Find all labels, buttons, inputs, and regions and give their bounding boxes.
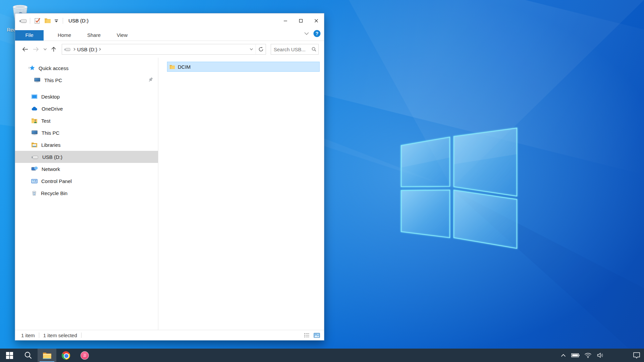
sidebar-item-this-pc-pinned[interactable]: This PC: [15, 74, 158, 86]
taskbar-search-button[interactable]: [19, 349, 38, 362]
tray-expand-button[interactable]: [558, 349, 568, 362]
itunes-icon: ♫: [80, 351, 89, 360]
sidebar-item-label: Network: [42, 166, 60, 172]
usb-drive-icon: [19, 18, 27, 23]
minimize-button[interactable]: [278, 13, 293, 28]
divider: [81, 333, 82, 338]
status-items-count: 1 item: [21, 333, 35, 338]
qat-customize-dropdown-icon: [54, 19, 58, 22]
search-icon[interactable]: [312, 47, 316, 52]
tab-share[interactable]: Share: [82, 30, 106, 41]
divider: [30, 18, 30, 24]
sidebar-item-test[interactable]: Test: [15, 115, 158, 127]
taskbar-itunes-button[interactable]: ♫: [75, 349, 94, 362]
file-item-label: DCIM: [178, 64, 191, 70]
qat-new-folder-button[interactable]: [43, 16, 53, 26]
divider: [63, 18, 63, 24]
sidebar-item-network[interactable]: Network: [15, 163, 158, 175]
network-icon: [31, 166, 38, 172]
windows-start-icon: [6, 352, 13, 359]
caption-buttons: [278, 13, 324, 28]
up-button[interactable]: [49, 44, 58, 55]
breadcrumb-chevron-icon[interactable]: [99, 48, 101, 51]
sidebar-item-desktop[interactable]: Desktop: [15, 90, 158, 103]
control-panel-icon: [31, 178, 38, 184]
large-icons-view-icon[interactable]: [314, 333, 320, 338]
window-title: USB (D:): [68, 18, 89, 23]
search-input[interactable]: [274, 47, 312, 52]
sidebar-item-label: USB (D:): [42, 154, 62, 160]
help-icon[interactable]: ?: [313, 30, 321, 37]
close-icon: [314, 19, 318, 23]
back-button[interactable]: [20, 44, 31, 55]
svg-text:?: ?: [316, 31, 319, 36]
sidebar-item-this-pc[interactable]: This PC: [15, 127, 158, 139]
navigation-toolbar: USB (D:): [15, 41, 324, 58]
ribbon-tabs: File Home Share View ?: [15, 28, 324, 41]
sidebar-item-usb-d[interactable]: USB (D:): [15, 151, 158, 163]
sidebar-item-label: Control Panel: [41, 178, 72, 184]
file-item-dcim[interactable]: DCIM: [167, 62, 320, 72]
taskbar: ♫: [0, 349, 644, 362]
action-center-button[interactable]: [632, 349, 641, 362]
expand-ribbon-chevron-icon[interactable]: [304, 32, 309, 35]
address-dropdown-button[interactable]: [247, 44, 256, 54]
sidebar-item-label: Quick access: [39, 65, 68, 71]
sidebar-item-recycle-bin[interactable]: Recycle Bin: [15, 187, 158, 199]
sidebar-item-label: Desktop: [41, 94, 60, 100]
system-tray: [558, 349, 644, 362]
tab-file[interactable]: File: [15, 30, 44, 41]
address-bar[interactable]: USB (D:): [62, 44, 266, 55]
up-arrow-icon: [51, 46, 56, 52]
details-view-icon[interactable]: [304, 333, 310, 338]
sidebar-item-label: This PC: [42, 130, 59, 136]
search-box[interactable]: [271, 44, 319, 55]
volume-indicator[interactable]: [596, 349, 605, 362]
qat-customize-button[interactable]: [53, 16, 60, 26]
status-selection: 1 item selected: [43, 333, 77, 338]
sidebar-item-label: This PC: [44, 77, 62, 83]
sidebar-item-label: Test: [41, 118, 51, 124]
action-center-icon: [633, 352, 640, 359]
refresh-button[interactable]: [256, 44, 266, 54]
forward-button[interactable]: [31, 44, 41, 55]
usb-drive-icon: [64, 47, 71, 52]
battery-indicator[interactable]: [571, 349, 580, 362]
tab-home[interactable]: Home: [52, 30, 76, 41]
file-explorer-window: USB (D:): [15, 13, 324, 341]
window-body: Quick access This PC: [15, 58, 324, 330]
start-button[interactable]: [0, 349, 19, 362]
navigation-pane: Quick access This PC: [15, 58, 158, 330]
search-icon: [24, 351, 32, 359]
new-folder-icon: [44, 18, 51, 23]
sidebar-item-onedrive[interactable]: OneDrive: [15, 103, 158, 115]
onedrive-cloud-icon: [31, 106, 38, 112]
maximize-button[interactable]: [293, 13, 309, 28]
titlebar[interactable]: USB (D:): [15, 13, 324, 28]
sidebar-item-libraries[interactable]: Libraries: [15, 139, 158, 151]
breadcrumb[interactable]: USB (D:): [77, 47, 97, 52]
desktop-icon: [31, 94, 38, 100]
usb-drive-icon: [31, 155, 39, 160]
recent-locations-button[interactable]: [41, 44, 49, 55]
address-dropdown-chevron-icon: [250, 48, 253, 51]
statusbar: 1 item 1 item selected: [15, 330, 324, 340]
tab-view[interactable]: View: [111, 30, 133, 41]
wifi-indicator[interactable]: [583, 349, 593, 362]
taskbar-file-explorer-button[interactable]: [38, 349, 56, 362]
forward-arrow-icon: [33, 47, 39, 52]
qat-properties-button[interactable]: [33, 16, 43, 26]
tray-expand-chevron-icon: [561, 354, 566, 357]
file-list-pane[interactable]: DCIM: [158, 58, 324, 330]
breadcrumb-chevron-icon[interactable]: [73, 48, 76, 51]
battery-icon: [571, 353, 580, 358]
close-button[interactable]: [309, 13, 324, 28]
taskbar-chrome-button[interactable]: [56, 349, 75, 362]
sidebar-item-label: Libraries: [41, 142, 61, 148]
recycle-bin-icon: [31, 190, 37, 196]
sidebar-item-control-panel[interactable]: Control Panel: [15, 175, 158, 187]
wifi-icon: [584, 353, 592, 358]
volume-icon: [597, 353, 604, 358]
sidebar-group-gap: [15, 86, 158, 90]
sidebar-item-quick-access[interactable]: Quick access: [15, 62, 158, 74]
